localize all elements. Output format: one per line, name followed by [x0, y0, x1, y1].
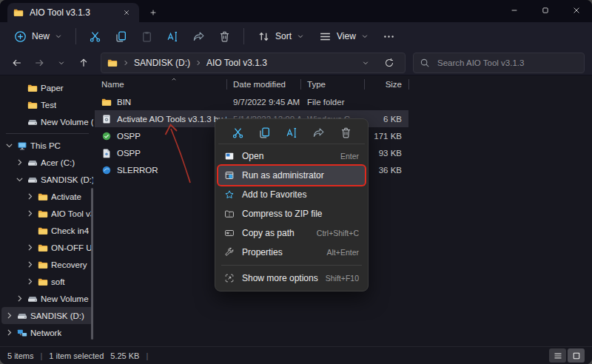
chevron-down-icon[interactable]	[4, 141, 14, 150]
open-window-icon	[224, 151, 235, 161]
sidebar-item-sandisk-d[interactable]: SANDISK (D:)	[1, 307, 93, 324]
menu-item-open[interactable]: OpenEnter	[218, 146, 365, 166]
menu-item-shortcut: Shift+F10	[326, 274, 359, 283]
menu-item-run-as-administrator[interactable]: Run as administrator	[218, 166, 365, 185]
chevron-right-icon[interactable]	[25, 209, 35, 218]
paste-icon	[141, 30, 153, 43]
chevron-right-icon[interactable]	[15, 158, 24, 167]
back-button[interactable]	[7, 53, 27, 73]
wrench-icon	[224, 247, 235, 257]
titlebar: AIO Tool v3.1.3	[0, 0, 592, 22]
cut-button[interactable]	[83, 26, 107, 47]
column-label: Type	[307, 80, 326, 89]
share-button[interactable]	[186, 26, 211, 47]
column-header-name[interactable]: Name	[95, 75, 226, 93]
menu-item-add-to-favorites[interactable]: Add to Favorites	[218, 185, 365, 204]
details-view-button[interactable]	[549, 348, 566, 363]
recent-locations-button[interactable]	[52, 53, 71, 73]
breadcrumb-folder[interactable]: AIO Tool v3.1.3	[206, 58, 267, 68]
copy-path-icon	[224, 228, 235, 238]
sidebar-item-test[interactable]: Test	[1, 96, 93, 113]
menu-item-copy-as-path[interactable]: Copy as pathCtrl+Shift+C	[218, 223, 365, 243]
sidebar-item-label: This PC	[30, 141, 61, 150]
drive-icon	[17, 311, 27, 321]
chevron-down-icon	[58, 59, 65, 67]
column-header-size[interactable]: Size	[364, 75, 408, 93]
sidebar-item-label: ON-OFF UPD	[51, 243, 93, 252]
column-header-type[interactable]: Type	[300, 75, 364, 93]
sort-button[interactable]: Sort	[251, 26, 311, 47]
menu-item-properties[interactable]: PropertiesAlt+Enter	[218, 243, 365, 262]
explorer-tab[interactable]: AIO Tool v3.1.3	[7, 3, 139, 22]
quick-cut-button[interactable]	[229, 124, 246, 142]
breadcrumb[interactable]: SANDISK (D:) AIO Tool v3.1.3	[101, 53, 406, 73]
delete-button[interactable]	[212, 26, 237, 47]
file-size-cell: 171 KB	[364, 127, 408, 144]
file-size-cell	[364, 93, 408, 110]
chevron-right-icon[interactable]	[25, 243, 35, 252]
quick-share-button[interactable]	[310, 124, 328, 142]
zip-icon	[224, 209, 235, 219]
new-button[interactable]: New	[7, 26, 69, 47]
maximize-button[interactable]	[530, 0, 561, 21]
sidebar-item-network[interactable]: Network	[1, 324, 93, 341]
close-button[interactable]	[561, 0, 592, 21]
sidebar-item-new-volume-f[interactable]: New Volume (F:)	[1, 113, 93, 130]
statusbar-separator: |	[146, 351, 148, 360]
sidebar-item-activate[interactable]: Activate	[1, 188, 93, 205]
view-button[interactable]: View	[312, 26, 375, 47]
menu-item-compress-to-zip-file[interactable]: Compress to ZIP file	[218, 204, 365, 223]
chevron-right-icon[interactable]	[15, 294, 24, 303]
sidebar-item-on-off-upd[interactable]: ON-OFF UPD	[1, 239, 93, 256]
sidebar-item-sandisk-d[interactable]: SANDISK (D:)	[1, 171, 93, 188]
sidebar-item-this-pc[interactable]: This PC	[1, 137, 93, 154]
new-tab-button[interactable]	[144, 3, 163, 22]
sidebar-item-label: SANDISK (D:)	[41, 175, 93, 184]
search-input[interactable]	[436, 58, 578, 68]
file-blue-icon	[101, 165, 112, 175]
sidebar-item-new-volume-i[interactable]: New Volume (I	[1, 290, 93, 307]
address-dropdown-button[interactable]	[356, 53, 375, 73]
copy-icon	[115, 30, 127, 43]
file-row-bin[interactable]: BIN9/7/2022 9:45 AMFile folder	[95, 93, 408, 110]
search-box[interactable]	[413, 53, 585, 73]
quick-trash-button[interactable]	[337, 124, 354, 142]
chevron-right-icon[interactable]	[25, 277, 35, 286]
more-options-button[interactable]	[377, 26, 401, 47]
file-batch-icon	[101, 114, 112, 124]
forward-button[interactable]	[30, 53, 49, 73]
up-button[interactable]	[74, 53, 93, 73]
rename-button[interactable]	[161, 26, 185, 47]
chevron-right-icon[interactable]	[25, 192, 35, 201]
copy-button[interactable]	[109, 26, 133, 47]
cut-icon	[89, 30, 101, 43]
sidebar-item-recovery[interactable]: Recovery	[1, 256, 93, 273]
refresh-button[interactable]	[380, 53, 399, 73]
chevron-right-icon[interactable]	[4, 311, 14, 320]
chevron-down-icon[interactable]	[15, 175, 24, 184]
breadcrumb-drive[interactable]: SANDISK (D:)	[134, 58, 190, 68]
sidebar-item-acer-c[interactable]: Acer (C:)	[1, 154, 93, 171]
quick-copy-button[interactable]	[256, 124, 274, 142]
chevron-right-icon[interactable]	[4, 328, 14, 337]
quick-rename-button[interactable]	[283, 124, 300, 142]
chevron-right-icon[interactable]	[25, 260, 35, 269]
menu-item-show-more-options[interactable]: Show more optionsShift+F10	[218, 269, 365, 288]
sidebar-item-label: Activate	[51, 192, 81, 201]
column-headers: Name Date modified Type Size	[95, 75, 592, 93]
sidebar-item-aio-tool-v3-1[interactable]: AIO Tool v3.1	[1, 205, 93, 222]
search-icon	[420, 58, 430, 68]
sidebar-item-check-in4[interactable]: Check in4	[1, 222, 93, 239]
sidebar-item-soft[interactable]: soft	[1, 273, 93, 290]
sidebar-item-paper[interactable]: Paper	[1, 79, 93, 96]
share-icon	[312, 127, 325, 139]
toolbar-separator	[243, 28, 244, 44]
paste-button[interactable]	[135, 26, 159, 47]
tab-close-button[interactable]	[120, 6, 133, 19]
details-view-icon	[554, 351, 562, 360]
minimize-button[interactable]	[499, 0, 530, 21]
column-header-date-modified[interactable]: Date modified	[226, 75, 300, 93]
sidebar-scrollbar[interactable]	[91, 188, 93, 340]
folder-icon	[27, 100, 38, 110]
large-icons-view-button[interactable]	[568, 348, 585, 363]
